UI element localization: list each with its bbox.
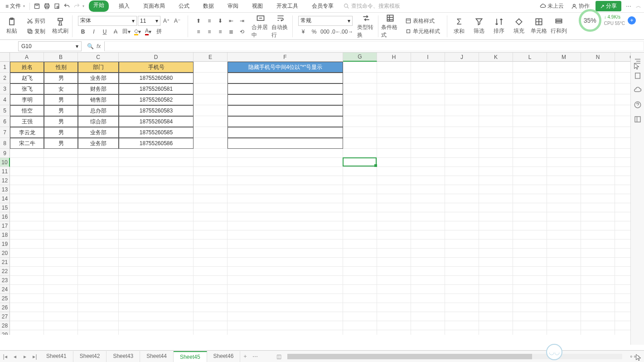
col-header-F[interactable]: F: [228, 53, 343, 62]
cell-H24[interactable]: [377, 285, 411, 294]
cell-N8[interactable]: [581, 138, 615, 149]
cell-K6[interactable]: [479, 116, 513, 127]
cell-C25[interactable]: [78, 294, 119, 303]
cell-I11[interactable]: [411, 167, 445, 176]
ribbon-tab-0[interactable]: 开始: [89, 0, 109, 12]
cell-H16[interactable]: [377, 212, 411, 221]
cell-L4[interactable]: [513, 94, 547, 105]
cell-content[interactable]: 总办部: [78, 105, 119, 116]
cell-G26[interactable]: [343, 303, 377, 312]
cell-F15[interactable]: [228, 203, 343, 212]
cell-M19[interactable]: [547, 240, 581, 249]
cell-F9[interactable]: [228, 149, 343, 158]
cell-M8[interactable]: [547, 138, 581, 149]
cell-I14[interactable]: [411, 194, 445, 203]
row-header-25[interactable]: 25: [0, 294, 10, 303]
row-header-23[interactable]: 23: [0, 276, 10, 285]
cell-A11[interactable]: [10, 167, 44, 176]
cell-E2[interactable]: [194, 73, 228, 83]
row-header-17[interactable]: 17: [0, 221, 10, 230]
cell-I29[interactable]: [411, 330, 445, 335]
sheet-tab-Sheet42[interactable]: Sheet42: [73, 351, 107, 362]
undo-icon[interactable]: [62, 1, 72, 11]
cell-A13[interactable]: [10, 185, 44, 194]
cell-J19[interactable]: [445, 240, 479, 249]
cell-G3[interactable]: [343, 83, 377, 94]
file-menu[interactable]: ≡ 文件 ▾: [3, 1, 28, 11]
cell-J16[interactable]: [445, 212, 479, 221]
wrap-text-button[interactable]: 自动换行: [271, 14, 290, 39]
cell-L3[interactable]: [513, 83, 547, 94]
print-icon[interactable]: [42, 1, 52, 11]
cell-G29[interactable]: [343, 330, 377, 335]
cell-B16[interactable]: [44, 212, 78, 221]
cell-K3[interactable]: [479, 83, 513, 94]
cloud-status[interactable]: 未上云: [538, 1, 565, 11]
cell-D21[interactable]: [119, 258, 194, 267]
cell-H9[interactable]: [377, 149, 411, 158]
cell-D15[interactable]: [119, 203, 194, 212]
cell-K17[interactable]: [479, 221, 513, 230]
cell-content[interactable]: 销售部: [78, 94, 119, 105]
cell-F28[interactable]: [228, 321, 343, 330]
cell-N11[interactable]: [581, 167, 615, 176]
cell-D16[interactable]: [119, 212, 194, 221]
cell-M27[interactable]: [547, 312, 581, 321]
row-col-button[interactable]: 行和列: [550, 17, 568, 35]
cell-F21[interactable]: [228, 258, 343, 267]
cell-L9[interactable]: [513, 149, 547, 158]
cell-J28[interactable]: [445, 321, 479, 330]
cell-A14[interactable]: [10, 194, 44, 203]
row-header-1[interactable]: 1: [0, 62, 10, 73]
cell-F29[interactable]: [228, 330, 343, 335]
sheet-tab-Sheet45[interactable]: Sheet45: [174, 351, 207, 362]
row-header-14[interactable]: 14: [0, 194, 10, 203]
table-style-button[interactable]: 表格样式: [404, 16, 441, 26]
cell-B27[interactable]: [44, 312, 78, 321]
row-header-10[interactable]: 10: [0, 158, 10, 167]
cell-A22[interactable]: [10, 267, 44, 276]
cell-H14[interactable]: [377, 194, 411, 203]
cell-E14[interactable]: [194, 194, 228, 203]
type-convert-button[interactable]: 类型转换: [357, 14, 375, 39]
row-header-22[interactable]: 22: [0, 267, 10, 276]
cell-G25[interactable]: [343, 294, 377, 303]
cell-I13[interactable]: [411, 185, 445, 194]
cell-D29[interactable]: [119, 330, 194, 335]
cell-A9[interactable]: [10, 149, 44, 158]
cell-F25[interactable]: [228, 294, 343, 303]
col-header-L[interactable]: L: [513, 53, 547, 62]
row-header-24[interactable]: 24: [0, 285, 10, 294]
cell-K28[interactable]: [479, 321, 513, 330]
cell-A26[interactable]: [10, 303, 44, 312]
cell-D9[interactable]: [119, 149, 194, 158]
row-header-26[interactable]: 26: [0, 303, 10, 312]
cell-content[interactable]: 部门: [78, 62, 119, 73]
cell-F17[interactable]: [228, 221, 343, 230]
cell-D22[interactable]: [119, 267, 194, 276]
cell-G2[interactable]: [343, 73, 377, 83]
cell-L26[interactable]: [513, 303, 547, 312]
cell-C27[interactable]: [78, 312, 119, 321]
cell-A29[interactable]: [10, 330, 44, 335]
row-header-15[interactable]: 15: [0, 203, 10, 212]
cell-content[interactable]: [228, 73, 343, 83]
cell-H7[interactable]: [377, 127, 411, 138]
cell-I21[interactable]: [411, 258, 445, 267]
cell-content[interactable]: 男: [44, 105, 78, 116]
cell-K7[interactable]: [479, 127, 513, 138]
cell-content[interactable]: 男: [44, 116, 78, 127]
cell-I12[interactable]: [411, 176, 445, 185]
cell-N22[interactable]: [581, 267, 615, 276]
cell-content[interactable]: 业务部: [78, 138, 119, 149]
cell-C16[interactable]: [78, 212, 119, 221]
cell-L14[interactable]: [513, 194, 547, 203]
cell-H12[interactable]: [377, 176, 411, 185]
cloud-sidebar-icon[interactable]: [634, 86, 642, 94]
cell-K21[interactable]: [479, 258, 513, 267]
cell-L29[interactable]: [513, 330, 547, 335]
cell-M2[interactable]: [547, 73, 581, 83]
cell-M28[interactable]: [547, 321, 581, 330]
cell-J6[interactable]: [445, 116, 479, 127]
row-header-5[interactable]: 5: [0, 105, 10, 116]
